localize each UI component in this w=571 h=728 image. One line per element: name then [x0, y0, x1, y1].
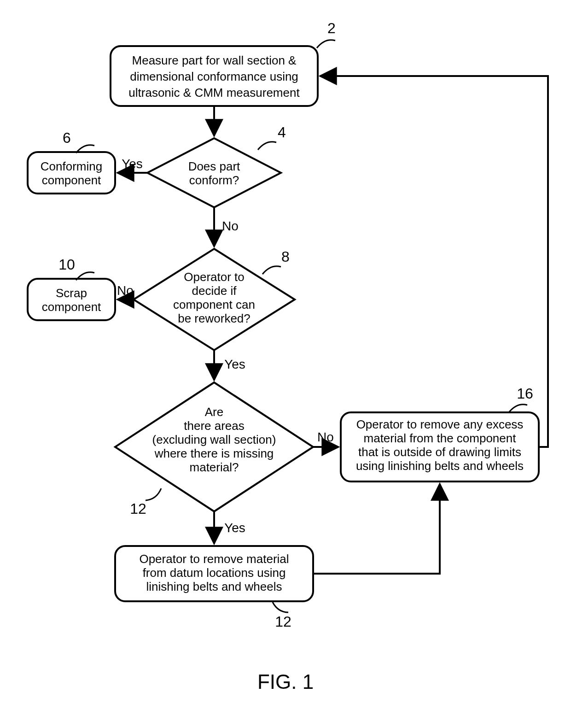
node-rework-decision: Operator to decide if component can be r…	[134, 248, 295, 350]
ref-tick-missing	[146, 488, 161, 500]
node-datum-line2: from datum locations using	[143, 566, 286, 580]
node-missing-decision: Are there areas (excluding wall section)…	[115, 382, 313, 517]
edge-excess-to-measure	[320, 76, 548, 447]
node-conform-line1: Does part	[188, 159, 240, 173]
node-rework-line1: Operator to	[184, 270, 245, 284]
label-missing-no: No	[317, 430, 334, 444]
node-scrap-line2: component	[42, 300, 101, 314]
ref-excess: 16	[517, 385, 533, 402]
node-conforming-line1: Conforming	[41, 159, 102, 173]
node-missing-line4: where there is missing	[154, 446, 274, 460]
node-excess-line2: material from the component	[364, 431, 517, 445]
ref-tick-measure	[317, 40, 335, 48]
node-conforming: Conforming component 6	[28, 129, 115, 194]
node-missing-line5: material?	[190, 460, 239, 474]
node-rework-line4: be reworked?	[178, 311, 251, 325]
ref-scrap: 10	[58, 256, 75, 273]
ref-missing: 12	[130, 500, 146, 517]
node-missing-line2: there areas	[184, 419, 245, 433]
ref-tick-conform	[258, 142, 276, 150]
flowchart: Measure part for wall section & dimensio…	[0, 0, 571, 728]
node-scrap: Scrap component 10	[28, 256, 115, 320]
label-conform-no: No	[222, 219, 239, 233]
ref-tick-excess	[509, 405, 527, 412]
ref-measure: 2	[327, 20, 336, 36]
node-conform-decision: Does part conform? 4	[147, 124, 286, 207]
label-rework-no: No	[117, 283, 134, 298]
figure-label: FIG. 1	[257, 670, 314, 693]
node-measure-line2: dimensional conformance using	[130, 70, 298, 83]
ref-tick-rework	[262, 266, 281, 274]
label-missing-yes: Yes	[224, 521, 245, 535]
edge-datum-to-excess	[313, 484, 440, 574]
node-datum-line3: linishing belts and wheels	[146, 580, 282, 593]
node-rework-line2: decide if	[192, 284, 237, 298]
node-missing-line1: Are	[205, 405, 223, 419]
ref-rework: 8	[281, 248, 290, 265]
node-conform-line2: conform?	[189, 173, 239, 187]
node-measure-line1: Measure part for wall section &	[132, 53, 297, 67]
node-remove-datum: Operator to remove material from datum l…	[115, 546, 313, 630]
ref-conform: 4	[278, 124, 286, 141]
node-missing-line3: (excluding wall section)	[152, 433, 276, 446]
ref-tick-datum	[273, 602, 288, 612]
ref-datum: 12	[275, 613, 291, 630]
node-excess-line4: using linishing belts and wheels	[356, 459, 524, 473]
node-excess-line3: that is outside of drawing limits	[358, 445, 521, 459]
node-rework-line3: component can	[173, 298, 255, 311]
node-conforming-line2: component	[42, 173, 101, 187]
node-remove-excess: Operator to remove any excess material f…	[341, 385, 539, 481]
node-excess-line1: Operator to remove any excess	[356, 417, 524, 431]
node-datum-line1: Operator to remove material	[139, 552, 289, 566]
node-scrap-line1: Scrap	[56, 286, 87, 300]
node-measure: Measure part for wall section & dimensio…	[111, 20, 336, 106]
node-measure-line3: ultrasonic & CMM measurement	[128, 86, 300, 100]
label-rework-yes: Yes	[224, 357, 245, 371]
label-conform-yes: Yes	[122, 157, 143, 171]
ref-conforming: 6	[63, 129, 71, 146]
